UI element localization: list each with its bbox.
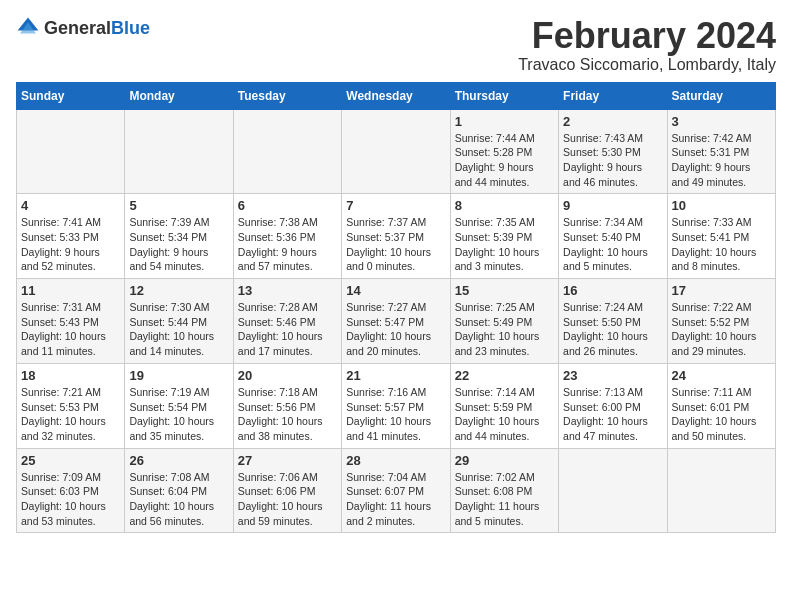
calendar-week-row: 1Sunrise: 7:44 AM Sunset: 5:28 PM Daylig… [17,109,776,194]
day-info: Sunrise: 7:11 AM Sunset: 6:01 PM Dayligh… [672,385,771,444]
calendar-cell: 4Sunrise: 7:41 AM Sunset: 5:33 PM Daylig… [17,194,125,279]
calendar-week-row: 25Sunrise: 7:09 AM Sunset: 6:03 PM Dayli… [17,448,776,533]
calendar-cell: 13Sunrise: 7:28 AM Sunset: 5:46 PM Dayli… [233,279,341,364]
day-number: 2 [563,114,662,129]
day-info: Sunrise: 7:41 AM Sunset: 5:33 PM Dayligh… [21,215,120,274]
calendar-cell: 11Sunrise: 7:31 AM Sunset: 5:43 PM Dayli… [17,279,125,364]
day-info: Sunrise: 7:22 AM Sunset: 5:52 PM Dayligh… [672,300,771,359]
calendar-cell: 7Sunrise: 7:37 AM Sunset: 5:37 PM Daylig… [342,194,450,279]
day-number: 9 [563,198,662,213]
calendar-table: SundayMondayTuesdayWednesdayThursdayFrid… [16,82,776,534]
calendar-cell [559,448,667,533]
calendar-cell: 5Sunrise: 7:39 AM Sunset: 5:34 PM Daylig… [125,194,233,279]
calendar-cell: 16Sunrise: 7:24 AM Sunset: 5:50 PM Dayli… [559,279,667,364]
day-number: 12 [129,283,228,298]
day-info: Sunrise: 7:44 AM Sunset: 5:28 PM Dayligh… [455,131,554,190]
day-number: 6 [238,198,337,213]
day-number: 19 [129,368,228,383]
day-number: 26 [129,453,228,468]
calendar-cell: 28Sunrise: 7:04 AM Sunset: 6:07 PM Dayli… [342,448,450,533]
day-number: 27 [238,453,337,468]
calendar-cell: 27Sunrise: 7:06 AM Sunset: 6:06 PM Dayli… [233,448,341,533]
day-info: Sunrise: 7:06 AM Sunset: 6:06 PM Dayligh… [238,470,337,529]
day-number: 21 [346,368,445,383]
day-info: Sunrise: 7:21 AM Sunset: 5:53 PM Dayligh… [21,385,120,444]
calendar-cell: 20Sunrise: 7:18 AM Sunset: 5:56 PM Dayli… [233,363,341,448]
logo-general: General [44,18,111,38]
day-number: 16 [563,283,662,298]
location-title: Travaco Siccomario, Lombardy, Italy [518,56,776,74]
day-info: Sunrise: 7:19 AM Sunset: 5:54 PM Dayligh… [129,385,228,444]
day-number: 22 [455,368,554,383]
day-info: Sunrise: 7:28 AM Sunset: 5:46 PM Dayligh… [238,300,337,359]
day-number: 8 [455,198,554,213]
day-info: Sunrise: 7:04 AM Sunset: 6:07 PM Dayligh… [346,470,445,529]
title-block: February 2024 Travaco Siccomario, Lombar… [518,16,776,74]
calendar-cell: 23Sunrise: 7:13 AM Sunset: 6:00 PM Dayli… [559,363,667,448]
calendar-cell: 24Sunrise: 7:11 AM Sunset: 6:01 PM Dayli… [667,363,775,448]
calendar-cell [667,448,775,533]
day-info: Sunrise: 7:09 AM Sunset: 6:03 PM Dayligh… [21,470,120,529]
day-number: 3 [672,114,771,129]
days-of-week-row: SundayMondayTuesdayWednesdayThursdayFrid… [17,82,776,109]
calendar-cell: 6Sunrise: 7:38 AM Sunset: 5:36 PM Daylig… [233,194,341,279]
day-info: Sunrise: 7:39 AM Sunset: 5:34 PM Dayligh… [129,215,228,274]
calendar-cell: 9Sunrise: 7:34 AM Sunset: 5:40 PM Daylig… [559,194,667,279]
day-number: 25 [21,453,120,468]
day-info: Sunrise: 7:31 AM Sunset: 5:43 PM Dayligh… [21,300,120,359]
calendar-body: 1Sunrise: 7:44 AM Sunset: 5:28 PM Daylig… [17,109,776,533]
day-number: 28 [346,453,445,468]
day-of-week-header: Tuesday [233,82,341,109]
calendar-cell: 19Sunrise: 7:19 AM Sunset: 5:54 PM Dayli… [125,363,233,448]
logo-icon [16,16,40,40]
day-number: 1 [455,114,554,129]
calendar-cell [125,109,233,194]
calendar-header: SundayMondayTuesdayWednesdayThursdayFrid… [17,82,776,109]
calendar-cell [17,109,125,194]
logo-text: GeneralBlue [44,18,150,39]
day-of-week-header: Thursday [450,82,558,109]
calendar-week-row: 11Sunrise: 7:31 AM Sunset: 5:43 PM Dayli… [17,279,776,364]
calendar-cell: 15Sunrise: 7:25 AM Sunset: 5:49 PM Dayli… [450,279,558,364]
day-number: 13 [238,283,337,298]
day-info: Sunrise: 7:37 AM Sunset: 5:37 PM Dayligh… [346,215,445,274]
day-number: 5 [129,198,228,213]
calendar-cell: 14Sunrise: 7:27 AM Sunset: 5:47 PM Dayli… [342,279,450,364]
calendar-cell: 10Sunrise: 7:33 AM Sunset: 5:41 PM Dayli… [667,194,775,279]
day-number: 17 [672,283,771,298]
day-info: Sunrise: 7:42 AM Sunset: 5:31 PM Dayligh… [672,131,771,190]
day-number: 4 [21,198,120,213]
day-number: 18 [21,368,120,383]
day-info: Sunrise: 7:18 AM Sunset: 5:56 PM Dayligh… [238,385,337,444]
day-number: 24 [672,368,771,383]
day-info: Sunrise: 7:02 AM Sunset: 6:08 PM Dayligh… [455,470,554,529]
day-info: Sunrise: 7:27 AM Sunset: 5:47 PM Dayligh… [346,300,445,359]
calendar-week-row: 4Sunrise: 7:41 AM Sunset: 5:33 PM Daylig… [17,194,776,279]
calendar-cell: 21Sunrise: 7:16 AM Sunset: 5:57 PM Dayli… [342,363,450,448]
day-of-week-header: Saturday [667,82,775,109]
day-info: Sunrise: 7:14 AM Sunset: 5:59 PM Dayligh… [455,385,554,444]
day-number: 7 [346,198,445,213]
calendar-week-row: 18Sunrise: 7:21 AM Sunset: 5:53 PM Dayli… [17,363,776,448]
day-of-week-header: Sunday [17,82,125,109]
day-number: 11 [21,283,120,298]
calendar-cell [233,109,341,194]
day-info: Sunrise: 7:16 AM Sunset: 5:57 PM Dayligh… [346,385,445,444]
day-of-week-header: Monday [125,82,233,109]
day-number: 14 [346,283,445,298]
calendar-cell: 29Sunrise: 7:02 AM Sunset: 6:08 PM Dayli… [450,448,558,533]
calendar-cell: 22Sunrise: 7:14 AM Sunset: 5:59 PM Dayli… [450,363,558,448]
calendar-cell: 1Sunrise: 7:44 AM Sunset: 5:28 PM Daylig… [450,109,558,194]
calendar-cell: 26Sunrise: 7:08 AM Sunset: 6:04 PM Dayli… [125,448,233,533]
calendar-cell: 18Sunrise: 7:21 AM Sunset: 5:53 PM Dayli… [17,363,125,448]
day-info: Sunrise: 7:30 AM Sunset: 5:44 PM Dayligh… [129,300,228,359]
day-info: Sunrise: 7:43 AM Sunset: 5:30 PM Dayligh… [563,131,662,190]
day-number: 29 [455,453,554,468]
month-title: February 2024 [518,16,776,56]
day-info: Sunrise: 7:25 AM Sunset: 5:49 PM Dayligh… [455,300,554,359]
logo: GeneralBlue [16,16,150,40]
calendar-cell: 3Sunrise: 7:42 AM Sunset: 5:31 PM Daylig… [667,109,775,194]
day-info: Sunrise: 7:13 AM Sunset: 6:00 PM Dayligh… [563,385,662,444]
calendar-cell: 12Sunrise: 7:30 AM Sunset: 5:44 PM Dayli… [125,279,233,364]
day-info: Sunrise: 7:34 AM Sunset: 5:40 PM Dayligh… [563,215,662,274]
